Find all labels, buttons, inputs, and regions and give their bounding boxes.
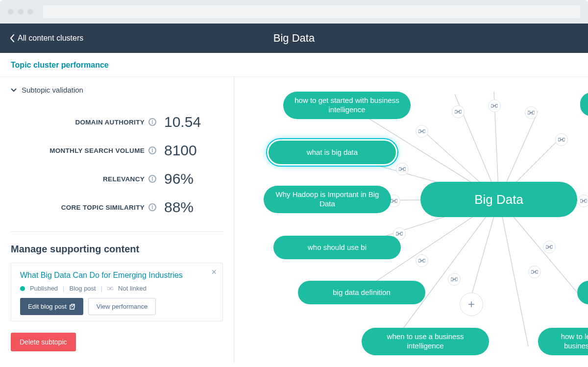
metric-domain-authority: DOMAIN AUTHORITY i 10.54 xyxy=(11,108,223,136)
link-status-node[interactable] xyxy=(528,266,541,278)
metric-label: MONTHLY SEARCH VOLUME xyxy=(49,147,145,154)
supporting-content-card: × What Big Data Can Do for Emerging Indu… xyxy=(11,263,223,321)
content-status: Published xyxy=(30,285,58,292)
link-status-node[interactable] xyxy=(525,106,538,119)
link-status-node[interactable] xyxy=(577,195,588,207)
separator: | xyxy=(101,285,102,292)
info-icon[interactable]: i xyxy=(148,118,156,126)
node-label: Why Hadoop is Important in Big Data xyxy=(274,190,380,209)
svg-line-15 xyxy=(499,199,528,346)
page-title: Big Data xyxy=(273,32,315,45)
metric-label: DOMAIN AUTHORITY xyxy=(75,119,145,126)
divider xyxy=(11,231,223,232)
metrics-list: DOMAIN AUTHORITY i 10.54 MONTHLY SEARCH … xyxy=(11,108,223,221)
link-icon xyxy=(107,286,113,292)
node-label: when to use a business intelligence xyxy=(372,332,478,351)
edit-blog-post-button[interactable]: Edit blog post xyxy=(20,298,83,315)
link-status-node[interactable] xyxy=(555,133,568,146)
metric-relevancy: RELEVANCY i 96% xyxy=(11,165,223,193)
content-linked: Not linked xyxy=(118,285,147,292)
url-bar[interactable] xyxy=(43,5,580,18)
back-label: All content clusters xyxy=(18,34,83,43)
subtopic-node-hadoop[interactable]: Why Hadoop is Important in Big Data xyxy=(264,186,391,213)
close-icon[interactable]: × xyxy=(211,267,217,277)
content-title-link[interactable]: What Big Data Can Do for Emerging Indust… xyxy=(20,271,214,280)
link-status-node[interactable] xyxy=(488,99,501,112)
subtopic-node-whatis[interactable]: what is big data xyxy=(269,141,396,164)
status-dot-icon xyxy=(20,286,25,291)
info-icon[interactable]: i xyxy=(148,203,156,211)
traffic-light-red xyxy=(8,9,14,15)
link-status-node[interactable] xyxy=(416,254,428,267)
chevron-left-icon xyxy=(10,34,15,42)
expander-label: Subtopic validation xyxy=(22,86,83,94)
traffic-light-yellow xyxy=(18,9,24,15)
subtopic-node-whousebi[interactable]: who should use bi xyxy=(273,236,401,259)
plus-icon: + xyxy=(468,297,475,311)
subtopic-node-getstarted[interactable]: how to get started with business intelli… xyxy=(283,92,411,119)
browser-chrome xyxy=(0,0,588,24)
node-label: how to learn mo business intell xyxy=(549,332,588,351)
subtopic-node-learnmore[interactable]: how to learn mo business intell xyxy=(538,328,588,355)
add-subtopic-button[interactable]: + xyxy=(460,293,483,316)
metric-label: RELEVANCY xyxy=(103,175,145,183)
sidebar: Subtopic validation DOMAIN AUTHORITY i 1… xyxy=(0,77,234,362)
node-label: what is big data xyxy=(307,148,358,157)
external-link-icon xyxy=(70,304,75,310)
metric-label: CORE TOPIC SIMILARITY xyxy=(61,204,145,211)
svg-line-13 xyxy=(393,199,499,342)
link-status-node[interactable] xyxy=(416,125,428,138)
cluster-connections xyxy=(234,77,588,362)
button-label: View performance xyxy=(97,303,148,310)
tab-row: Topic cluster performance xyxy=(0,53,588,77)
link-status-node[interactable] xyxy=(452,105,465,118)
delete-subtopic-button[interactable]: Delete subtopic xyxy=(11,333,76,351)
metric-value: 8100 xyxy=(164,142,223,159)
core-topic-node[interactable]: Big Data xyxy=(420,182,577,217)
subtopic-validation-expander[interactable]: Subtopic validation xyxy=(11,86,223,94)
page-nav: All content clusters Big Data xyxy=(0,24,588,53)
content-meta: Published | Blog post | Not linked xyxy=(20,285,214,292)
subtopic-node-whenuse[interactable]: when to use a business intelligence xyxy=(362,328,489,355)
view-performance-button[interactable]: View performance xyxy=(88,298,156,315)
back-to-clusters-link[interactable]: All content clusters xyxy=(10,34,83,43)
link-status-node[interactable] xyxy=(396,163,409,175)
info-icon[interactable]: i xyxy=(148,175,156,183)
info-icon[interactable]: i xyxy=(148,147,156,154)
metric-similarity: CORE TOPIC SIMILARITY i 88% xyxy=(11,193,223,221)
traffic-light-green xyxy=(27,9,33,15)
metric-value: 88% xyxy=(164,199,223,216)
metric-monthly-search: MONTHLY SEARCH VOLUME i 8100 xyxy=(11,136,223,165)
chevron-down-icon xyxy=(11,88,17,92)
cluster-canvas[interactable]: how to get started with business intelli… xyxy=(234,77,588,362)
link-status-node[interactable] xyxy=(543,241,556,253)
button-label: Delete subtopic xyxy=(20,338,67,346)
node-label: who should use bi xyxy=(308,243,367,252)
link-status-node[interactable] xyxy=(448,273,461,286)
button-label: Edit blog post xyxy=(28,303,67,310)
node-label: big data definition xyxy=(333,288,391,297)
node-label: Big Data xyxy=(474,192,523,208)
metric-value: 96% xyxy=(164,171,223,187)
separator: | xyxy=(63,285,64,292)
metric-value: 10.54 xyxy=(164,114,223,130)
node-label: how to get started with business intelli… xyxy=(294,96,400,115)
supporting-content-header: Manage supporting content xyxy=(11,244,223,255)
subtopic-node-definition[interactable]: big data definition xyxy=(298,281,425,304)
content-type: Blog post xyxy=(70,285,96,292)
tab-cluster-performance[interactable]: Topic cluster performance xyxy=(11,61,109,69)
